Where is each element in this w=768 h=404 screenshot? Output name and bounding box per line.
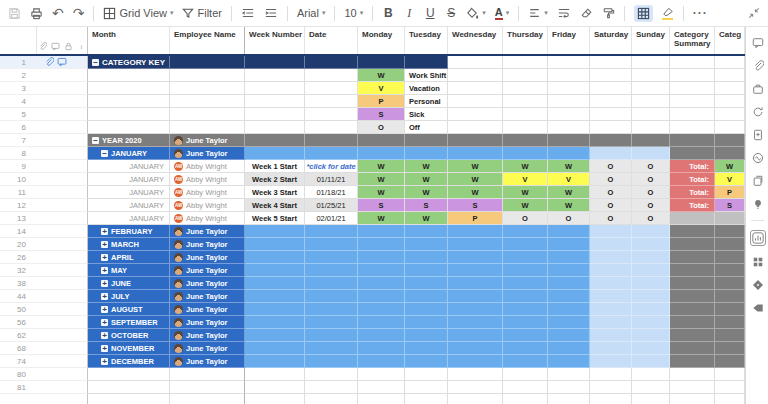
fill-color-button[interactable]: ▾ [466, 7, 486, 20]
cell-date[interactable]: 01/11/21 [305, 173, 358, 186]
cell-month[interactable]: +DECEMBER [88, 355, 170, 368]
cell-employee[interactable]: June Taylor [170, 329, 245, 342]
cell-sat[interactable] [590, 368, 632, 381]
row-number[interactable]: 81 [0, 381, 37, 394]
cell-catsum[interactable]: Total: [670, 199, 715, 212]
legend-cell-P[interactable]: P [358, 95, 405, 108]
cell-employee[interactable]: June Taylor [170, 303, 245, 316]
row-gutter[interactable] [37, 355, 88, 368]
cell-wed[interactable] [448, 238, 503, 251]
cell-sat[interactable] [590, 251, 632, 264]
expand-row-icon[interactable]: + [101, 228, 108, 235]
cell-wed[interactable] [448, 394, 503, 404]
cell-sun[interactable] [632, 121, 670, 134]
cell-sat[interactable] [590, 381, 632, 394]
cell-month[interactable]: +AUGUST [88, 303, 170, 316]
legend-cell-V[interactable]: V [358, 82, 405, 95]
row-gutter[interactable] [37, 381, 88, 394]
cell-wed[interactable] [448, 108, 503, 121]
row-gutter[interactable] [37, 56, 88, 69]
cell-sat[interactable] [590, 316, 632, 329]
cell-wed[interactable]: P [448, 212, 503, 225]
cell-date[interactable] [305, 342, 358, 355]
cell-week[interactable] [245, 69, 305, 82]
cell-cat2[interactable] [715, 303, 745, 316]
row-number[interactable]: 56 [0, 316, 37, 329]
expand-row-icon[interactable]: + [101, 241, 108, 248]
cell-wed[interactable] [448, 251, 503, 264]
cell-catsum[interactable] [670, 134, 715, 147]
row-gutter[interactable] [37, 290, 88, 303]
cell-catsum[interactable] [670, 238, 715, 251]
cell-sat[interactable]: O [590, 212, 632, 225]
cell-sat[interactable] [590, 95, 632, 108]
row-gutter[interactable] [37, 251, 88, 264]
row-gutter[interactable] [37, 147, 88, 160]
cell-sun[interactable] [632, 355, 670, 368]
cell-week[interactable] [245, 82, 305, 95]
row-gutter[interactable] [37, 212, 88, 225]
cell-thu[interactable] [503, 147, 548, 160]
collapse-row-icon[interactable]: − [101, 150, 108, 157]
save-button[interactable] [8, 7, 21, 20]
cell-wed[interactable]: W [448, 186, 503, 199]
cell-sat[interactable] [590, 147, 632, 160]
cell-employee[interactable]: AWAbby Wright [170, 160, 245, 173]
cell-month[interactable]: JANUARY [88, 199, 170, 212]
expand-row-icon[interactable]: + [101, 358, 108, 365]
rail-apps-button[interactable] [751, 255, 765, 269]
cell-date[interactable] [305, 69, 358, 82]
row-number[interactable]: 80 [0, 368, 37, 381]
cell-date[interactable] [305, 108, 358, 121]
cell-wed[interactable] [448, 121, 503, 134]
cell-week[interactable]: Week 2 Start [245, 173, 305, 186]
expand-row-icon[interactable]: + [101, 332, 108, 339]
cell-wed[interactable] [448, 381, 503, 394]
collapse-toolbar-button[interactable] [748, 7, 760, 19]
row-number[interactable]: 6 [0, 121, 37, 134]
cell-catsum[interactable] [670, 264, 715, 277]
cell-catsum[interactable] [670, 316, 715, 329]
cell-cat2[interactable] [715, 290, 745, 303]
cell-tue[interactable] [405, 329, 448, 342]
cell-sun[interactable] [632, 251, 670, 264]
row-number[interactable]: 5 [0, 108, 37, 121]
cell-employee[interactable]: June Taylor [170, 147, 245, 160]
cell-thu[interactable] [503, 56, 548, 69]
cell-wed[interactable] [448, 277, 503, 290]
cell-week[interactable] [245, 134, 305, 147]
cell-catsum[interactable] [670, 277, 715, 290]
cell-sat[interactable] [590, 134, 632, 147]
cell-fri[interactable] [548, 342, 590, 355]
cell-sat[interactable] [590, 225, 632, 238]
expand-row-icon[interactable]: + [101, 254, 108, 261]
column-header-mon[interactable]: Monday [358, 27, 405, 54]
cell-week[interactable]: Week 5 Start [245, 212, 305, 225]
cell-wed[interactable] [448, 134, 503, 147]
cell-employee[interactable] [170, 368, 245, 381]
cell-tue[interactable] [405, 355, 448, 368]
cell-wed[interactable]: W [448, 160, 503, 173]
cell-tue[interactable] [405, 264, 448, 277]
cell-cat2[interactable] [715, 147, 745, 160]
cell-catsum[interactable] [670, 368, 715, 381]
cell-catsum[interactable] [670, 69, 715, 82]
row-number[interactable]: 38 [0, 277, 37, 290]
cell-week[interactable] [245, 108, 305, 121]
cell-cat2[interactable] [715, 329, 745, 342]
cell-cat2[interactable]: V [715, 173, 745, 186]
cell-date[interactable] [305, 290, 358, 303]
row-gutter[interactable] [37, 186, 88, 199]
cell-tue[interactable] [405, 238, 448, 251]
cell-mon[interactable] [358, 394, 405, 404]
cell-date[interactable] [305, 368, 358, 381]
cell-month[interactable]: JANUARY [88, 212, 170, 225]
cell-employee[interactable] [170, 69, 245, 82]
view-selector[interactable]: Grid View ▾ [103, 7, 173, 20]
cell-tue[interactable]: W [405, 160, 448, 173]
cell-fri[interactable] [548, 56, 590, 69]
cell-sat[interactable] [590, 82, 632, 95]
cell-thu[interactable] [503, 121, 548, 134]
cell-sun[interactable]: O [632, 199, 670, 212]
column-header-cat2[interactable]: Categ [715, 27, 745, 54]
